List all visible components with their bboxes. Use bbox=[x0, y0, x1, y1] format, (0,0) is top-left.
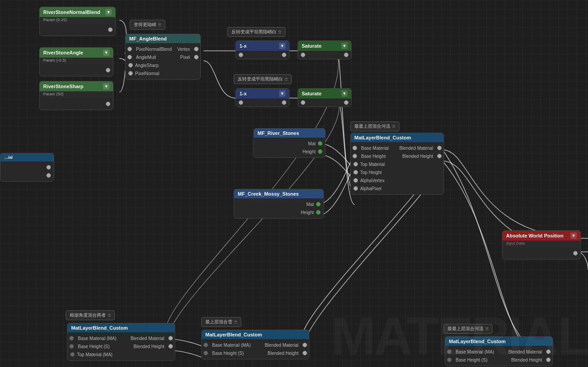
input-port bbox=[239, 100, 243, 105]
node-menu-button[interactable]: ▼ bbox=[570, 233, 577, 239]
output-port bbox=[303, 343, 307, 347]
node-header: Saturate ▼ bbox=[298, 41, 351, 51]
node-header: MatLayerBlend_Custom bbox=[351, 133, 443, 142]
node-mf-creek-mossy-stones[interactable]: MF_Creek_Mossy_Stones Mat Height bbox=[234, 189, 324, 219]
input-port bbox=[353, 162, 358, 166]
node-mat-layer-blend-bottom-left[interactable]: MatLayerBlend_Custom Base Material (MA) … bbox=[67, 323, 175, 361]
comment-menu-icon[interactable]: ☰ bbox=[285, 77, 288, 81]
input-port bbox=[239, 53, 243, 57]
port-row-pixel-normal: PixelNormal bbox=[126, 69, 200, 77]
output-port bbox=[282, 100, 286, 105]
output-port-row bbox=[40, 66, 113, 74]
input-port bbox=[353, 154, 357, 158]
output-port bbox=[168, 336, 173, 340]
node-river-stone-angle[interactable]: RiverStoneAngle ▼ Param (-0.3) bbox=[39, 47, 113, 76]
comment-menu-icon[interactable]: ☰ bbox=[158, 23, 161, 27]
node-mat-layer-blend-top[interactable]: MatLayerBlend_Custom Base Material Blend… bbox=[350, 133, 444, 195]
node-mf-river-stones[interactable]: MF_River_Stones Mat Height bbox=[253, 128, 326, 158]
port-row-base-material-ma: Base Material (MA) Blended Material bbox=[68, 334, 175, 342]
node-menu-button[interactable]: ▼ bbox=[279, 90, 285, 97]
input-port bbox=[353, 170, 358, 175]
comment-node-bianchengluqiao: 变得更陆峭 ☰ bbox=[130, 20, 165, 30]
input-port bbox=[447, 358, 452, 362]
input-port bbox=[353, 186, 358, 191]
node-header: 1-x ▼ bbox=[236, 41, 289, 51]
port-row-alpha-pixel: AlphaPixel bbox=[351, 184, 443, 192]
node-saturate-bottom[interactable]: Saturate ▼ bbox=[298, 88, 352, 107]
input-port bbox=[69, 336, 74, 340]
node-body: Mat Height bbox=[234, 198, 323, 218]
output-port bbox=[318, 149, 322, 154]
node-header: MatLayerBlend_Custom bbox=[202, 330, 309, 339]
node-body: Base Material (MA) Blended Material Base… bbox=[202, 339, 309, 359]
output-port bbox=[106, 102, 110, 106]
comment-topmost-blend-river-bottom: 最最上层混合河流 ☰ bbox=[443, 324, 493, 334]
comment-menu-icon[interactable]: ☰ bbox=[392, 125, 395, 129]
node-body: Base Material Blended Material Base Heig… bbox=[351, 142, 443, 194]
node-1-minus-x-bottom[interactable]: 1-x ▼ bbox=[235, 88, 289, 107]
node-river-stone-normal-blend[interactable]: RiverStoneNormalBlend ▼ Param (0.25) bbox=[39, 7, 116, 36]
node-header: Saturate ▼ bbox=[298, 89, 351, 98]
node-subtitle: Input Data bbox=[502, 241, 580, 247]
node-saturate-top[interactable]: Saturate ▼ bbox=[298, 40, 352, 59]
port-row-mat: Mat bbox=[234, 200, 323, 208]
node-body bbox=[0, 161, 54, 181]
output-port bbox=[573, 251, 578, 255]
port-row-base-height-s: Base Height (S) Blended Height bbox=[202, 349, 309, 357]
comment-menu-icon[interactable]: ☰ bbox=[108, 313, 111, 318]
comment-genjujiaodu: 根据角度混合两者 ☰ bbox=[66, 310, 115, 320]
node-absolute-world-position[interactable]: Absolute World Position ▼ Input Data bbox=[502, 230, 581, 260]
output-port bbox=[318, 141, 322, 146]
node-header: MatLayerBlend_Custom bbox=[68, 323, 175, 332]
node-partial-left[interactable]: …ial bbox=[0, 153, 54, 182]
port-row-top-material: Top Material bbox=[351, 160, 443, 168]
input-port bbox=[127, 55, 132, 59]
node-menu-button[interactable]: ▼ bbox=[279, 43, 285, 49]
comment-menu-icon[interactable]: ☰ bbox=[485, 327, 488, 331]
node-header: Absolute World Position ▼ bbox=[502, 231, 580, 241]
input-port bbox=[447, 349, 452, 354]
input-port bbox=[69, 344, 74, 349]
node-mf-angle-blend[interactable]: MF_AngleBlend PixelNormalBlend Vertex An… bbox=[125, 34, 201, 80]
node-body bbox=[40, 24, 115, 36]
output-port bbox=[46, 173, 51, 178]
input-port bbox=[128, 63, 133, 67]
port-row-pixel-normal-blend: PixelNormalBlend Vertex bbox=[126, 45, 200, 53]
node-menu-button[interactable]: ▼ bbox=[103, 83, 109, 90]
output-ht bbox=[0, 171, 54, 179]
node-menu-button[interactable]: ▼ bbox=[105, 9, 112, 15]
comment-menu-icon[interactable]: ☰ bbox=[234, 320, 237, 324]
output-port bbox=[546, 358, 551, 362]
node-body bbox=[298, 51, 351, 59]
output-port-row bbox=[40, 26, 115, 34]
node-subtitle: Param (0.25) bbox=[40, 17, 115, 24]
comment-menu-icon[interactable]: ☰ bbox=[278, 30, 281, 34]
node-menu-button[interactable]: ▼ bbox=[341, 90, 348, 97]
port-row-base-height-s: Base Height (S) Blended Height bbox=[445, 356, 552, 364]
node-menu-button[interactable]: ▼ bbox=[341, 43, 348, 49]
output-port bbox=[46, 165, 51, 170]
output-port bbox=[437, 154, 442, 158]
node-river-stone-sharp[interactable]: RiverStoneSharp ▼ Param (50) bbox=[39, 81, 113, 110]
port-row-top-material-ma: Top Material (MA) bbox=[68, 350, 175, 358]
node-body bbox=[236, 51, 289, 59]
node-subtitle: Param (50) bbox=[40, 91, 113, 98]
node-header: RiverStoneSharp ▼ bbox=[40, 81, 113, 91]
node-1-minus-x-top[interactable]: 1-x ▼ bbox=[235, 40, 289, 59]
input-port bbox=[128, 71, 133, 76]
node-body bbox=[502, 247, 580, 259]
output-port bbox=[344, 53, 348, 57]
node-body bbox=[236, 98, 289, 107]
node-mat-layer-blend-bottom-right[interactable]: MatLayerBlend_Custom Base Material (MA) … bbox=[445, 336, 553, 366]
input-port bbox=[70, 352, 75, 357]
node-header: RiverStoneAngle ▼ bbox=[40, 48, 113, 58]
input-port bbox=[301, 53, 305, 57]
input-port bbox=[204, 343, 208, 347]
port-row-alpha-vertex: AlphaVertex bbox=[351, 176, 443, 184]
comment-fanzhuan-top: 反转变成平坦黑陆峭白 ☰ bbox=[227, 27, 285, 37]
input-port bbox=[301, 100, 305, 105]
output-port bbox=[108, 27, 113, 32]
port-row-base-height: Base Height Blended Height bbox=[351, 152, 443, 160]
node-menu-button[interactable]: ▼ bbox=[103, 49, 109, 56]
node-mat-layer-blend-bottom-center[interactable]: MatLayerBlend_Custom Base Material (MA) … bbox=[201, 330, 309, 359]
